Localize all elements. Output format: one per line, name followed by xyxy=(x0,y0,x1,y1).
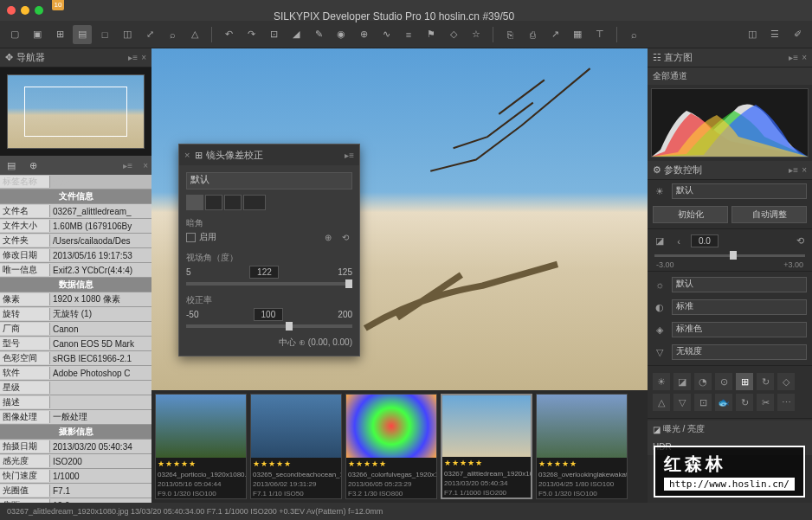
collapse-icon[interactable]: ▸≡ xyxy=(128,53,138,62)
star-icon[interactable]: ★ xyxy=(538,459,545,468)
batch-icon[interactable]: ▦ xyxy=(568,25,587,44)
info-row[interactable]: 厂商Canon xyxy=(0,322,151,337)
search-icon[interactable]: ⌕ xyxy=(624,25,643,44)
lens-preset-select[interactable]: 默认 xyxy=(186,172,352,189)
star-icon[interactable]: ★ xyxy=(570,459,577,468)
minimize-window-button[interactable] xyxy=(21,6,29,15)
info-row[interactable]: 图像处理一般处理 xyxy=(0,410,151,425)
info-row[interactable]: 像素1920 x 1080 像素 xyxy=(0,292,151,307)
close-window-button[interactable] xyxy=(7,6,16,15)
color-select[interactable]: 标准色 xyxy=(672,322,807,337)
single-icon[interactable]: □ xyxy=(95,25,114,44)
thumbnail-strip[interactable]: ★★★★★ 03264_porticcio_1920x1080.j 2013/0… xyxy=(151,390,648,503)
star-icon[interactable]: ★ xyxy=(348,459,355,468)
wb-select[interactable]: 默认 xyxy=(672,277,807,292)
tool-color-icon[interactable]: ⊙ xyxy=(715,373,732,390)
star-icon[interactable]: ★ xyxy=(261,459,267,468)
panel-toggle-icon[interactable]: ◫ xyxy=(743,25,762,44)
mode-4-button[interactable] xyxy=(243,195,266,210)
layers-icon[interactable]: ≡ xyxy=(399,25,418,44)
tool-nr-icon[interactable]: ↻ xyxy=(757,373,774,390)
channel-select[interactable]: 全部通道 xyxy=(648,67,812,85)
tool-wb-icon[interactable]: ◪ xyxy=(673,373,691,390)
rotate-right-icon[interactable]: ↷ xyxy=(242,25,261,44)
reset-icon[interactable]: ⟲ xyxy=(338,233,352,242)
exposure-value[interactable]: 0.0 xyxy=(691,234,719,247)
info-close-icon[interactable]: × xyxy=(143,161,148,170)
mode-1-button[interactable] xyxy=(186,195,203,210)
settings-icon[interactable]: ☰ xyxy=(765,25,784,44)
tone-select[interactable]: 标准 xyxy=(672,299,807,315)
star-icon[interactable]: ★ xyxy=(253,459,260,468)
warning-icon[interactable]: △ xyxy=(185,25,204,44)
info-row[interactable]: 文件名03267_alittledream_ xyxy=(0,204,151,219)
info-row[interactable]: 拍摄日期2013/03/20 05:40:34 xyxy=(0,440,151,454)
auto-button[interactable]: 自动调整 xyxy=(731,206,807,223)
info-row[interactable]: 唯一信息Exif2.3 YCbCr(4:4:4) xyxy=(0,263,151,278)
init-button[interactable]: 初始化 xyxy=(653,206,728,223)
star-icon[interactable]: ★ xyxy=(444,459,451,467)
panel-close-icon[interactable]: × xyxy=(184,150,190,160)
star-icon[interactable]: ★ xyxy=(284,459,291,468)
star-icon[interactable]: ★ xyxy=(189,459,196,468)
star-icon[interactable]: ★ xyxy=(467,459,474,467)
tool-effect-icon[interactable]: ▽ xyxy=(673,394,691,411)
thumbnail-item[interactable]: ★★★★★ 03266_colorfulvegas_1920x1 2013/06… xyxy=(345,394,437,499)
print-icon[interactable]: ⊤ xyxy=(590,25,609,44)
tool-tone-icon[interactable]: ◔ xyxy=(694,373,712,390)
prev-icon[interactable]: ‹ xyxy=(672,236,686,247)
tool-fish-icon[interactable]: 🐟 xyxy=(715,394,732,411)
exposure-section-header[interactable]: ◪ 曝光 / 亮度 xyxy=(648,420,812,438)
info-row[interactable]: 文件夹/Users/cailaoda/Des xyxy=(0,234,151,248)
fov-slider[interactable] xyxy=(186,282,352,286)
star-icon[interactable]: ★ xyxy=(475,459,482,467)
preset-select[interactable]: 默认 xyxy=(672,183,807,199)
reset-exposure-icon[interactable]: ⟲ xyxy=(793,235,807,247)
info-row[interactable]: 星级 xyxy=(0,381,151,395)
tag-icon[interactable]: ⊕ xyxy=(26,158,41,173)
info-row[interactable]: 文件大小1.60MB (1679106By xyxy=(0,219,151,234)
info-row[interactable]: 修改日期2013/05/16 19:17:53 xyxy=(0,248,151,263)
star-icon[interactable]: ★ xyxy=(546,459,553,468)
tool-more-icon[interactable]: ⋯ xyxy=(777,394,795,411)
star-icon[interactable]: ★ xyxy=(173,459,180,468)
grid-icon[interactable]: ⊞ xyxy=(50,25,69,44)
rotate-left-icon[interactable]: ↶ xyxy=(219,25,238,44)
star-icon[interactable]: ☆ xyxy=(467,25,486,44)
thumbnail-item[interactable]: ★★★★★ 03268_overlookinglakewakatip 2013/… xyxy=(536,394,628,499)
export-icon[interactable]: ↗ xyxy=(545,25,564,44)
mode-3-button[interactable] xyxy=(224,195,242,210)
star-icon[interactable]: ★ xyxy=(158,459,164,468)
info-row[interactable]: 色彩空间sRGB IEC61966-2.1 xyxy=(0,351,151,366)
lens-collapse-icon[interactable]: ▸≡ xyxy=(345,151,354,160)
thumbnail-item[interactable]: ★★★★★ 03264_porticcio_1920x1080.j 2013/0… xyxy=(155,394,247,499)
star-icon[interactable]: ★ xyxy=(562,459,569,468)
star-icon[interactable]: ★ xyxy=(371,459,378,468)
fit-icon[interactable]: ⤢ xyxy=(140,25,159,44)
star-icon[interactable]: ★ xyxy=(379,459,386,468)
zoom-icon[interactable]: ⌕ xyxy=(163,25,182,44)
heal-icon[interactable]: ◉ xyxy=(332,25,351,44)
thumbnail-item[interactable]: ★★★★★ 03267_alittledream_1920x10 2013/03… xyxy=(441,394,532,499)
params-collapse-icon[interactable]: ▸≡ xyxy=(789,165,798,175)
info-table[interactable]: 文件信息文件名03267_alittledream_文件大小1.60MB (16… xyxy=(0,189,151,503)
brush2-icon[interactable]: ✐ xyxy=(788,25,807,44)
tool-detail-icon[interactable]: △ xyxy=(653,394,670,411)
enable-checkbox[interactable] xyxy=(186,233,196,242)
star-icon[interactable]: ★ xyxy=(276,459,283,468)
info-row[interactable]: 型号Canon EOS 5D Mark xyxy=(0,337,151,351)
info-row[interactable]: 光圈值F7.1 xyxy=(0,484,151,498)
exposure-slider[interactable] xyxy=(654,254,805,257)
tab-icon[interactable]: ▤ xyxy=(3,158,19,173)
info-row[interactable]: 描述 xyxy=(0,395,151,410)
sharp-select[interactable]: 无锐度 xyxy=(672,344,807,360)
params-close-icon[interactable]: × xyxy=(802,165,807,175)
split-icon[interactable]: ◫ xyxy=(118,25,137,44)
info-row[interactable]: 焦距12.0mm xyxy=(0,498,151,503)
star-icon[interactable]: ★ xyxy=(181,459,188,468)
star-icon[interactable]: ★ xyxy=(452,459,459,467)
corr-slider[interactable] xyxy=(186,324,352,328)
tool-sharp-icon[interactable]: ◇ xyxy=(777,373,795,390)
star-icon[interactable]: ★ xyxy=(356,459,363,468)
tool-dev-icon[interactable]: ⊡ xyxy=(694,394,712,411)
